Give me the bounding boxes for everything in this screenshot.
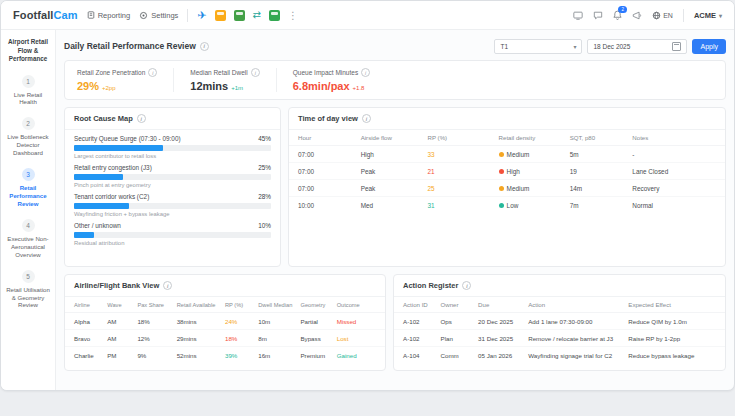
cell-airline: Alpha	[74, 318, 107, 325]
sidebar: Airport Retail Flow & Performance 1 Live…	[1, 30, 56, 390]
table-row: 07:00 High 33 Medium 5m -	[289, 146, 725, 163]
logo-part-1: Footfall	[13, 9, 54, 21]
cell-outcome: Missed	[337, 318, 376, 325]
cell-wave: PM	[107, 352, 137, 359]
middle-row: Root Cause Map Security Queue Surge (07:…	[64, 107, 726, 267]
table-row: A-102 Plan 31 Dec 2025 Remove / relocate…	[394, 330, 725, 347]
transfer-icon[interactable]: ⇄	[253, 10, 261, 20]
cell-airline: Charlie	[74, 352, 107, 359]
density-dot-icon	[499, 203, 504, 208]
cell-rp: 25	[428, 185, 499, 192]
bell-icon[interactable]: 2	[613, 10, 622, 20]
nav-reporting[interactable]: Reporting	[87, 11, 131, 20]
terminal-select[interactable]: T1 ▾	[494, 39, 582, 54]
info-icon[interactable]	[163, 281, 172, 290]
tenant-switcher[interactable]: ACME ▾	[694, 11, 722, 20]
sidebar-item-label: Live Bottleneck Detector Dashboard	[5, 133, 51, 157]
cell-action-id: A-104	[403, 352, 441, 359]
bar-track	[74, 203, 271, 209]
sidebar-item-retail-performance-review[interactable]: 3 Retail Performance Review	[5, 168, 51, 208]
step-badge: 1	[22, 75, 35, 88]
info-icon[interactable]	[251, 68, 260, 77]
cell-pax-share: 18%	[137, 318, 176, 325]
sidebar-item-label: Retail Utilisation & Geometry Review	[5, 286, 51, 310]
root-cause-list: Security Queue Surge (07:30 - 09:00)45% …	[65, 130, 280, 246]
terminal-select-value: T1	[500, 43, 508, 50]
green-sheet-icon[interactable]	[234, 10, 245, 21]
cause-pct: 28%	[258, 193, 271, 200]
cell-retail-available: 38mins	[177, 318, 225, 325]
kpi-delta: +2pp	[102, 85, 116, 91]
info-icon[interactable]	[148, 68, 157, 77]
cell-rp: 33	[428, 151, 499, 158]
root-cause-item: Security Queue Surge (07:30 - 09:00)45% …	[74, 135, 271, 159]
page-toolbar: Daily Retail Performance Review T1 ▾ 18 …	[64, 36, 726, 56]
header-right-cluster: 2 EN ACME ▾	[573, 9, 722, 22]
more-dots-icon[interactable]: ⋮	[288, 10, 298, 21]
step-badge: 5	[22, 270, 35, 283]
chat-icon[interactable]	[593, 11, 603, 20]
cell-flow: Peak	[361, 168, 428, 175]
cell-action-id: A-102	[403, 335, 441, 342]
info-icon[interactable]	[200, 42, 209, 51]
cell-action: Remove / relocate barrier at J3	[528, 335, 628, 342]
cell-flow: Med	[361, 202, 428, 209]
cell-flow: Peak	[361, 185, 428, 192]
sidebar-item-retail-utilisation[interactable]: 5 Retail Utilisation & Geometry Review	[5, 270, 51, 310]
table-row: 07:00 Peak 21 High 19 Lane Closed	[289, 163, 725, 180]
footfallcam-logo[interactable]: FootfallCam	[13, 9, 78, 21]
cell-hour: 07:00	[298, 151, 361, 158]
info-icon[interactable]	[137, 114, 146, 123]
cell-notes: Recovery	[632, 185, 716, 192]
sidebar-item-live-bottleneck-detector[interactable]: 2 Live Bottleneck Detector Dashboard	[5, 117, 51, 157]
sidebar-item-executive-overview[interactable]: 4 Executive Non-Aeronautical Overview	[5, 219, 51, 259]
sidebar-item-live-retail-health[interactable]: 1 Live Retail Health	[5, 75, 51, 107]
kpi-value: 6.8min/pax+1.8	[293, 80, 370, 92]
cause-pct: 10%	[258, 222, 271, 229]
globe-icon	[652, 11, 661, 20]
app-window: FootfallCam Reporting Settings ✈ ⇄ ⋮	[0, 0, 735, 391]
logo-part-2: Cam	[54, 9, 78, 21]
megaphone-icon[interactable]	[632, 11, 642, 20]
apply-button[interactable]: Apply	[692, 39, 726, 54]
table-row: A-104 Comm 05 Jan 2026 Wayfinding signag…	[394, 347, 725, 364]
nav-settings-label: Settings	[151, 11, 178, 20]
info-icon[interactable]	[362, 114, 371, 123]
cell-rp: 24%	[225, 318, 258, 325]
cell-retail-available: 29mins	[177, 335, 225, 342]
table-row: A-102 Ops 20 Dec 2025 Add 1 lane 07:30-0…	[394, 313, 725, 330]
cell-notes: Normal	[632, 202, 716, 209]
bar-fill	[74, 145, 163, 151]
bar-fill	[74, 203, 129, 209]
date-picker[interactable]: 18 Dec 2025	[587, 39, 687, 54]
cause-label: Security Queue Surge (07:30 - 09:00)	[74, 135, 181, 142]
sidebar-item-label: Live Retail Health	[5, 91, 51, 107]
cause-label: Retail entry congestion (J3)	[74, 164, 152, 171]
cell-dwell: 16m	[258, 352, 300, 359]
density-dot-icon	[499, 169, 504, 174]
cell-retail-available: 52mins	[177, 352, 225, 359]
airplane-icon[interactable]: ✈	[197, 10, 206, 21]
root-cause-item: Tenant corridor works (C2)28% Wayfinding…	[74, 193, 271, 217]
time-of-day-panel: Time of day view HourAirside flowRP (%)R…	[288, 107, 726, 267]
density-dot-icon	[499, 186, 504, 191]
nav-settings[interactable]: Settings	[139, 11, 178, 20]
cell-action: Add 1 lane 07:30-09:00	[528, 318, 628, 325]
panel-title: Airline/Flight Bank View	[65, 275, 385, 297]
info-icon[interactable]	[361, 68, 370, 77]
cell-wave: AM	[107, 335, 137, 342]
kiosk-icon[interactable]	[573, 11, 583, 20]
cell-effect: Raise RP by 1-2pp	[628, 335, 716, 342]
green-calendar-icon[interactable]	[269, 10, 280, 21]
orange-app-icon[interactable]	[215, 10, 226, 21]
cell-action: Wayfinding signage trial for C2	[528, 352, 628, 359]
cause-caption: Pinch point at entry geometry	[74, 182, 271, 188]
reporting-icon	[87, 11, 95, 19]
cause-caption: Wayfinding friction + bypass leakage	[74, 211, 271, 217]
bar-track	[74, 174, 271, 180]
cell-dwell: 10m	[258, 318, 300, 325]
language-switcher[interactable]: EN	[652, 11, 673, 20]
cause-caption: Largest contributor to retail loss	[74, 153, 271, 159]
info-icon[interactable]	[462, 281, 471, 290]
cell-effect: Reduce QIM by 1.0m	[628, 318, 716, 325]
